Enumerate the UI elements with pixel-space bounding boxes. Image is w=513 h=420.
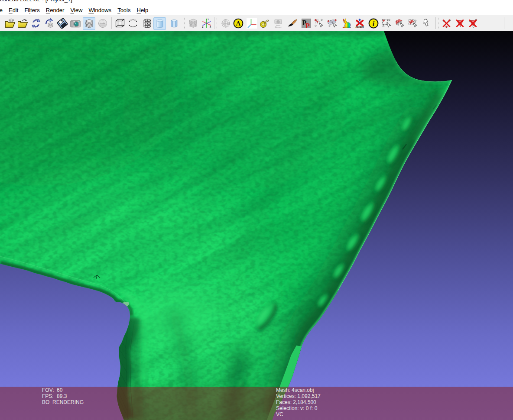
- measure-tool-button[interactable]: [258, 17, 270, 29]
- toolbar-handle: [184, 17, 185, 29]
- reload-all-icon: [31, 18, 41, 29]
- hud-left: FOV:60FPS:89.3BO_RENDERING: [42, 387, 84, 405]
- move-selection-button[interactable]: [421, 17, 433, 29]
- select-vertices-button[interactable]: [380, 17, 393, 29]
- toolbar-separator: [214, 17, 214, 29]
- raster-align-button[interactable]: [272, 17, 284, 29]
- pp-icon: [301, 18, 312, 29]
- show-axes-button[interactable]: [246, 17, 258, 29]
- visibility-layers-button[interactable]: [187, 17, 199, 29]
- smooth-icon: [155, 19, 165, 29]
- trackball-axes-icon: [201, 18, 212, 29]
- snapshot-button[interactable]: [69, 17, 81, 29]
- draw-wireframe-button[interactable]: [141, 17, 153, 29]
- window-title: MeshLab 2022.02 - [Project_1]: [0, 0, 72, 3]
- reload-mesh-icon: [44, 18, 54, 29]
- menu-edit[interactable]: Edit: [6, 3, 21, 14]
- quality-mapper-button[interactable]: [341, 17, 353, 29]
- hud-left-line: FOV:60: [42, 387, 84, 393]
- hud-right: Mesh: 4scan.objVertices: 1,092,517Faces:…: [276, 387, 321, 417]
- delete-vert-icon: [442, 18, 452, 29]
- align-mesh-icon: [327, 18, 338, 29]
- globe-wire-icon: [221, 18, 231, 29]
- axes-corner-icon: [247, 18, 257, 29]
- menu-file[interactable]: File: [0, 3, 6, 14]
- menu-bar: FileEditFiltersRenderViewWindowsToolsHel…: [0, 3, 513, 15]
- menu-windows[interactable]: Windows: [85, 3, 114, 14]
- trackball-axes-button[interactable]: [201, 17, 213, 29]
- toolbar-handle: [216, 17, 218, 29]
- menu-help[interactable]: Help: [133, 3, 151, 14]
- delete-selected-faces-vertices-button[interactable]: [467, 17, 479, 29]
- paint-icon: [288, 18, 298, 29]
- pickpoints-button[interactable]: [300, 17, 312, 29]
- draw-points-button[interactable]: [127, 17, 139, 29]
- import-mesh-icon: [18, 18, 28, 29]
- draw-flat-button[interactable]: [168, 17, 180, 29]
- layers-grey-icon: [188, 18, 198, 29]
- raster-align-icon: [273, 18, 283, 29]
- delete-selected-vertices-button[interactable]: [441, 17, 453, 29]
- import-mesh-button[interactable]: [17, 17, 29, 29]
- deselect-icon: [422, 18, 432, 29]
- tape-icon: [259, 18, 269, 29]
- wireframe-icon: [142, 18, 153, 29]
- align-mesh-button[interactable]: [326, 17, 338, 29]
- hud-left-line: BO_RENDERING: [42, 399, 84, 405]
- menu-render[interactable]: Render: [43, 3, 68, 14]
- hud-right-line: VC: [276, 411, 321, 417]
- toolbar: [0, 15, 513, 31]
- georef-button[interactable]: [354, 17, 366, 29]
- info-button[interactable]: [367, 17, 380, 29]
- georef-icon: [355, 18, 365, 29]
- mesh-canvas: [0, 31, 513, 420]
- draw-bbox-button[interactable]: [114, 17, 126, 29]
- hud-right-line: Selection: v: 0 f: 0: [276, 405, 321, 411]
- hud-right-line: Vertices: 1,092,517: [276, 393, 321, 399]
- select-faces-icon: [395, 18, 405, 29]
- reload-all-button[interactable]: [30, 17, 42, 29]
- select-faces-button[interactable]: [394, 17, 406, 29]
- menu-filters[interactable]: Filters: [21, 3, 42, 14]
- layers-icon: [84, 19, 94, 29]
- delete-all-icon: [468, 18, 478, 29]
- raster-icon: [97, 18, 108, 29]
- menu-view[interactable]: View: [67, 3, 85, 14]
- flat-icon: [169, 18, 179, 29]
- hud-right-line: Faces: 2,184,500: [276, 399, 321, 405]
- info-icon: [368, 18, 379, 29]
- select-rect-icon: [408, 18, 418, 29]
- bbox-icon: [115, 18, 125, 29]
- reload-mesh-button[interactable]: [43, 17, 55, 29]
- menu-tools[interactable]: Tools: [114, 3, 133, 14]
- snapshot-icon: [70, 18, 81, 29]
- toolbar-separator: [435, 17, 436, 29]
- meshlab-window: MeshLab 2022.02 - [Project_1] FileEditFi…: [0, 0, 513, 420]
- show-layer-dialog-button[interactable]: [83, 17, 95, 30]
- ambient-a-icon: [233, 18, 244, 29]
- delete-selected-faces-button[interactable]: [454, 17, 466, 29]
- viewport-3d[interactable]: FOV:60FPS:89.3BO_RENDERING Mesh: 4scan.o…: [0, 31, 513, 420]
- points-icon: [128, 18, 138, 29]
- align-points-icon: [314, 18, 324, 29]
- toolbar-separator: [504, 17, 504, 29]
- select-vertices-icon: [381, 18, 392, 29]
- paint-tool-button[interactable]: [287, 17, 299, 29]
- open-project-icon: [5, 18, 16, 29]
- toolbar-handle: [438, 17, 439, 29]
- save-icon: [57, 18, 68, 29]
- ambient-occlusion-button[interactable]: [232, 17, 244, 29]
- title-bar: MeshLab 2022.02 - [Project_1]: [0, 0, 513, 3]
- align-points-button[interactable]: [313, 17, 325, 29]
- show-raster-button[interactable]: [97, 17, 109, 29]
- hud-left-line: FPS:89.3: [42, 393, 84, 399]
- select-faces-rect-button[interactable]: [407, 17, 419, 29]
- toolbar-separator: [111, 17, 112, 29]
- draw-smooth-button[interactable]: [153, 17, 166, 30]
- colorize-icon: [341, 18, 352, 29]
- open-project-button[interactable]: [4, 17, 16, 29]
- hud-right-line: Mesh: 4scan.obj: [276, 387, 321, 393]
- save-button[interactable]: [56, 17, 68, 29]
- globe-button[interactable]: [220, 17, 232, 29]
- delete-face-icon: [455, 18, 465, 29]
